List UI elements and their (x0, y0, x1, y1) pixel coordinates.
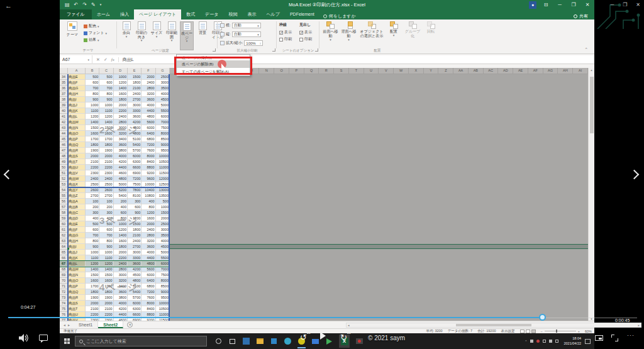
cell-value[interactable]: 6000 (156, 261, 170, 267)
cell-value[interactable]: 4400 (114, 165, 128, 170)
play-button[interactable] (320, 332, 326, 340)
progress-bar-played[interactable] (8, 317, 539, 318)
cell-product-name[interactable]: 商品R (68, 148, 86, 153)
cell-product-name[interactable]: 商品T (68, 159, 86, 165)
cell-product-name[interactable]: 商品G (68, 86, 86, 91)
ribbon-display-options-icon[interactable]: ⊟ (539, 0, 553, 9)
cell-value[interactable]: 6600 (128, 165, 142, 170)
column-header[interactable]: T (349, 68, 364, 74)
cell-value[interactable]: 5600 (142, 267, 155, 272)
cell-value[interactable]: 8400 (142, 306, 155, 312)
cell-product-name[interactable]: 商品P (68, 136, 86, 142)
cell-value[interactable]: 1400 (86, 267, 99, 272)
cell-value[interactable]: 800 (142, 204, 155, 210)
cell-value[interactable]: 2300 (99, 170, 113, 176)
cell-value[interactable]: 200 (114, 199, 128, 204)
sheet-nav-right-icon[interactable]: ▸ (68, 323, 70, 327)
headings-print-checkbox[interactable]: 印刷 (299, 36, 318, 42)
column-header[interactable]: U (364, 68, 379, 74)
cell-value[interactable]: 1800 (99, 142, 113, 148)
cell-product-name[interactable]: 商品L (68, 114, 86, 119)
page-break-preview-icon[interactable] (531, 330, 536, 333)
column-header[interactable]: AC (484, 68, 499, 74)
account-avatar[interactable]: ● (529, 1, 536, 9)
cell-value[interactable]: 1500 (128, 74, 142, 80)
group-button[interactable]: グループ化 (403, 21, 422, 38)
cell-product-name[interactable]: 商品H (68, 238, 86, 244)
cell-value[interactable]: 1800 (86, 142, 99, 148)
cell-product-name[interactable]: 商品A (68, 199, 86, 204)
cell-value[interactable]: 3000 (156, 227, 170, 233)
page-break-line[interactable] (68, 187, 169, 188)
fullscreen-icon[interactable] (611, 335, 618, 341)
cell-value[interactable]: 2000 (99, 153, 113, 159)
cell-value[interactable]: 1000 (99, 102, 113, 108)
cell-product-name[interactable]: 商品K (68, 255, 86, 261)
cell-value[interactable]: 7200 (128, 176, 142, 182)
cell-value[interactable]: 5500 (156, 108, 170, 114)
taskbar-clock[interactable]: 18:04 2021/04/22 (564, 336, 581, 345)
cell-value[interactable]: 2400 (128, 91, 142, 97)
cell-value[interactable]: 3600 (142, 97, 155, 102)
cell-value[interactable]: 700 (99, 233, 113, 238)
cell-value[interactable]: 6300 (128, 306, 142, 312)
minimize-button[interactable]: ─ (553, 0, 567, 9)
cell-product-name[interactable]: 商品J (68, 102, 86, 108)
cancel-icon[interactable]: ✕ (96, 57, 100, 62)
tab-data[interactable]: データ (200, 9, 223, 19)
subtitles-icon[interactable] (39, 335, 48, 341)
tab-formulas[interactable]: 数式 (181, 9, 200, 19)
themes-button[interactable]: テーマ (63, 21, 82, 49)
column-header[interactable]: G (156, 68, 170, 74)
skip-forward-button[interactable]: ↻ 30 (340, 331, 347, 343)
cell-value[interactable]: 800 (99, 91, 113, 97)
cell-value[interactable]: 300 (128, 199, 142, 204)
cell-value[interactable]: 2000 (99, 301, 113, 306)
cell-value[interactable]: 1900 (86, 295, 99, 301)
save-icon[interactable]: ▤ (65, 0, 70, 9)
column-header[interactable]: AB (469, 68, 484, 74)
cell-value[interactable]: 7500 (156, 272, 170, 278)
cell-value[interactable]: 2200 (114, 108, 128, 114)
column-header[interactable]: V (379, 68, 394, 74)
enter-icon[interactable]: ✓ (104, 57, 108, 62)
cell-value[interactable]: 500 (99, 74, 113, 80)
cell-value[interactable]: 10500 (156, 306, 170, 312)
cell-product-name[interactable]: 商品Z (68, 193, 86, 199)
cell-value[interactable]: 3000 (128, 102, 142, 108)
cell-value[interactable]: 600 (128, 204, 142, 210)
cell-product-name[interactable]: 商品R (68, 295, 86, 301)
cell-value[interactable]: 1600 (114, 91, 128, 97)
cell-value[interactable]: 1200 (99, 261, 113, 267)
theme-colors-button[interactable]: 配色▾ (84, 23, 107, 29)
cell-product-name[interactable]: 商品Q (68, 142, 86, 148)
size-button[interactable]: サイズ▾ (150, 21, 164, 50)
cell-value[interactable]: 3200 (142, 91, 155, 97)
tray-icon-recording[interactable] (536, 340, 540, 343)
display-settings-button[interactable]: 表示設定 (501, 329, 515, 333)
name-box[interactable]: A67▾ (60, 55, 92, 64)
cell-value[interactable]: 6000 (128, 301, 142, 306)
cell-value[interactable]: 10800 (142, 193, 155, 199)
tray-icon-4[interactable] (555, 340, 558, 343)
cell-value[interactable]: 2600 (99, 187, 113, 193)
cell-value[interactable]: 100 (86, 199, 99, 204)
tab-view[interactable]: 表示 (242, 9, 261, 19)
cell-value[interactable]: 1100 (99, 255, 113, 261)
orientation-button[interactable]: 印刷の向き▾ (135, 21, 148, 50)
cell-value[interactable]: 2300 (86, 170, 99, 176)
cell-value[interactable]: 12000 (156, 176, 170, 182)
column-header[interactable]: Z (438, 68, 453, 74)
scale-dialog-launcher[interactable] (272, 48, 275, 52)
cell-value[interactable]: 2400 (114, 261, 128, 267)
cell-value[interactable]: 1400 (99, 267, 113, 272)
cell-value[interactable]: 3600 (128, 261, 142, 267)
store-icon[interactable] (270, 337, 278, 345)
cell-product-name[interactable]: 商品E (68, 74, 86, 80)
cell-value[interactable]: 1200 (99, 114, 113, 119)
cell-product-name[interactable]: 商品F (68, 80, 86, 86)
cell-value[interactable]: 2800 (142, 86, 155, 91)
cell-value[interactable]: 8800 (142, 165, 155, 170)
zoom-slider-knob[interactable] (556, 330, 557, 333)
column-header[interactable]: B (86, 68, 99, 74)
